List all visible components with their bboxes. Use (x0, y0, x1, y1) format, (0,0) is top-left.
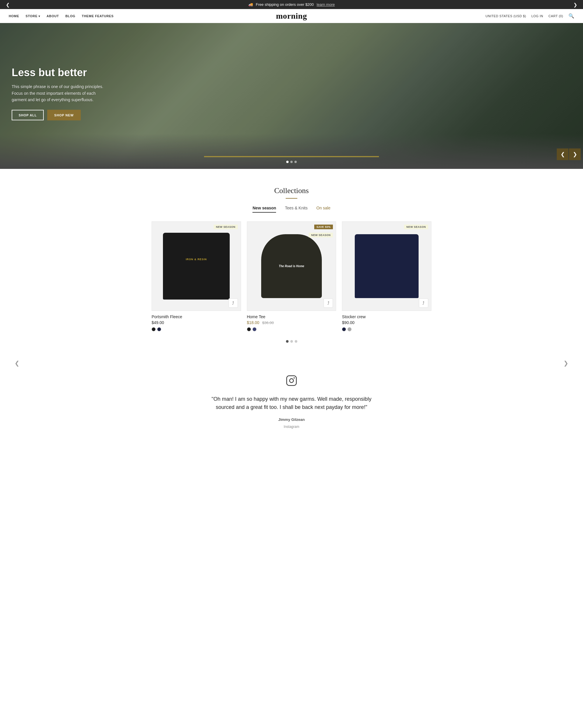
shop-new-button[interactable]: SHOP NEW (47, 110, 81, 121)
swatch-navy-crew[interactable] (342, 327, 346, 331)
announcement-prev-button[interactable]: ❮ (6, 2, 10, 7)
hero-section: Less but better This simple phrase is on… (0, 23, 583, 169)
swatch-black-tee[interactable] (247, 327, 251, 331)
testimonial-wrap: ❮ "Oh man! I am so happy with my new gar… (9, 375, 574, 422)
shop-all-button[interactable]: SHOP ALL (12, 110, 44, 121)
product-badge-crew: NEW SEASON (404, 225, 428, 229)
navbar: HOME STORE ABOUT BLOG THEME FEATURES mor… (0, 9, 583, 23)
fleece-image-art (163, 233, 229, 299)
swatch-gray-crew[interactable] (348, 327, 352, 331)
collections-section: Collections New season Tees & Knits On s… (0, 169, 583, 363)
hero-next-button[interactable]: ❯ (569, 149, 581, 160)
search-button[interactable]: 🔍 (568, 13, 574, 19)
site-logo[interactable]: morning (276, 11, 307, 21)
svg-rect-0 (286, 376, 296, 385)
nav-theme-features[interactable]: THEME FEATURES (82, 14, 114, 18)
announcement-text: Free shipping on orders over $200 (256, 2, 314, 7)
product-price-crew: $90.00 (342, 320, 432, 325)
tee-sale-price: $18.00 (247, 320, 259, 325)
share-button-fleece[interactable]: ⤴ (228, 298, 238, 308)
tee-image-art (261, 234, 322, 298)
nav-links: HOME STORE ABOUT BLOG THEME FEATURES (9, 14, 114, 18)
testimonial-author: Jimmy Gilzean (9, 417, 574, 422)
nav-store[interactable]: STORE (26, 14, 40, 18)
share-button-tee[interactable]: ⤴ (324, 298, 333, 308)
announcement-icon: 🚚 (248, 2, 253, 7)
product-card-tee: SAVE 50% NEW SEASON ⤴ Home Tee $18.00 $3… (247, 222, 336, 331)
hero-title: Less but better (12, 66, 111, 79)
swatch-black[interactable] (151, 327, 156, 331)
hero-dot-1[interactable] (286, 161, 288, 163)
svg-point-1 (289, 379, 293, 382)
tab-tees-knits[interactable]: Tees & Knits (285, 206, 308, 213)
instagram-icon (9, 375, 574, 389)
product-name-fleece: Portsmith Fleece (151, 314, 241, 319)
testimonial-section: ❮ "Oh man! I am so happy with my new gar… (0, 363, 583, 438)
hero-content: Less but better This simple phrase is on… (12, 66, 111, 121)
nav-right-actions: UNITED STATES (USD $) LOG IN CART (0) 🔍 (485, 13, 574, 19)
testimonial-prev-button[interactable]: ❮ (15, 360, 20, 367)
nav-blog[interactable]: BLOG (65, 14, 75, 18)
product-image-fleece: NEW SEASON ⤴ (151, 222, 241, 311)
announcement-next-button[interactable]: ❯ (573, 2, 577, 7)
hero-description: This simple phrase is one of our guiding… (12, 83, 111, 103)
tee-original-price: $36.00 (262, 320, 274, 325)
announcement-bar: ❮ 🚚 Free shipping on orders over $200 le… (0, 0, 583, 9)
testimonial-text: "Oh man! I am so happy with my new garms… (210, 395, 373, 412)
page-dot-1[interactable] (286, 340, 288, 343)
nav-about[interactable]: ABOUT (47, 14, 59, 18)
hero-dots (286, 161, 297, 163)
collections-underline (286, 198, 297, 199)
crew-image-art (355, 234, 419, 298)
product-swatches-crew (342, 327, 432, 331)
product-card-fleece: NEW SEASON ⤴ Portsmith Fleece $49.00 (151, 222, 241, 331)
hero-buttons: SHOP ALL SHOP NEW (12, 110, 111, 121)
testimonial-next-button[interactable]: ❯ (563, 360, 568, 367)
nav-home[interactable]: HOME (9, 14, 19, 18)
hero-prev-button[interactable]: ❮ (557, 149, 568, 160)
tab-new-season[interactable]: New season (252, 206, 276, 213)
product-swatches-tee (247, 327, 336, 331)
svg-point-2 (294, 378, 295, 378)
product-name-crew: Stocker crew (342, 314, 432, 319)
region-selector[interactable]: UNITED STATES (USD $) (485, 14, 526, 18)
product-name-tee: Home Tee (247, 314, 336, 319)
product-badge-fleece: NEW SEASON (214, 225, 238, 229)
collections-title: Collections (9, 186, 574, 195)
product-swatches-fleece (151, 327, 241, 331)
hero-dot-3[interactable] (295, 161, 297, 163)
hero-dot-2[interactable] (290, 161, 293, 163)
product-grid: NEW SEASON ⤴ Portsmith Fleece $49.00 SAV… (149, 222, 434, 331)
login-link[interactable]: LOG IN (531, 14, 543, 18)
pagination-dots (9, 340, 574, 343)
product-badge-new-tee: NEW SEASON (309, 233, 333, 237)
cart-link[interactable]: CART (0) (549, 14, 563, 18)
product-badge-sale-tee: SAVE 50% (314, 225, 333, 229)
page-dot-2[interactable] (290, 340, 293, 343)
swatch-navy[interactable] (157, 327, 161, 331)
product-price-fleece: $49.00 (151, 320, 241, 325)
product-price-tee: $18.00 $36.00 (247, 320, 336, 325)
swatch-blue-tee[interactable] (252, 327, 256, 331)
product-card-crew: NEW SEASON ⤴ Stocker crew $90.00 (342, 222, 432, 331)
tab-on-sale[interactable]: On sale (316, 206, 330, 213)
product-image-tee: SAVE 50% NEW SEASON ⤴ (247, 222, 336, 311)
product-image-crew: NEW SEASON ⤴ (342, 222, 432, 311)
testimonial-sublabel: Instagram (9, 425, 574, 429)
announcement-link[interactable]: learn more (316, 2, 335, 7)
page-dot-3[interactable] (295, 340, 297, 343)
share-button-crew[interactable]: ⤴ (419, 298, 428, 308)
collections-tabs: New season Tees & Knits On sale (9, 206, 574, 213)
